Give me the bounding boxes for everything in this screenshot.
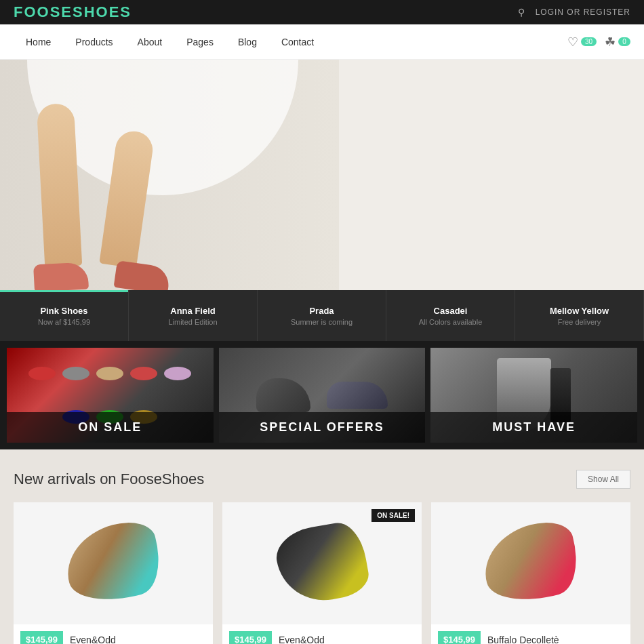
cart-icon: ☘ (605, 35, 616, 49)
product-info-1: $145,99 Even&Odd (222, 624, 422, 644)
slider-item-sub-0: Now af $145,99 (38, 318, 90, 326)
slider-item-sub-2: Summer is coming (291, 318, 353, 326)
wishlist-count: 30 (581, 37, 597, 46)
product-card-2: $145,99 Buffalo Decolletè (431, 502, 630, 644)
hero-leg-right (108, 131, 163, 290)
slider-navigation: Pink Shoes Now af $145,99 Anna Field Lim… (0, 290, 644, 341)
special-offers-banner[interactable]: SPECIAL OFFERS (219, 348, 426, 443)
slider-item-3[interactable]: Casadei All Colors available (386, 290, 515, 341)
slider-item-name-1: Anna Field (170, 306, 215, 316)
new-arrivals-header: New arrivals on FooseShoes Show All (14, 470, 630, 489)
nav-right-icons: ♡ 30 ☘ 0 (567, 35, 630, 49)
product-price-1: $145,99 (229, 631, 272, 644)
shoe-shape-2 (475, 515, 586, 611)
on-sale-label: ON SALE (7, 412, 214, 443)
topbar: FOOSESHOES ⚲ LOGIN or REGISTER (0, 0, 644, 24)
product-name-1: Even&Odd (279, 635, 325, 645)
heart-icon: ♡ (567, 35, 578, 49)
slider-item-1[interactable]: Anna Field Limited Edition (129, 290, 258, 341)
special-offers-label: SPECIAL OFFERS (219, 412, 426, 443)
nav-products[interactable]: Products (63, 24, 125, 60)
hero-section: $145,99 Pink Shoes 2013 Collection Nunc … (0, 60, 644, 290)
cart-count: 0 (618, 37, 630, 46)
nav-blog[interactable]: Blog (226, 24, 269, 60)
new-arrivals-show-all[interactable]: Show All (576, 470, 630, 489)
must-have-label: MUST HAVE (430, 412, 637, 443)
slider-item-2[interactable]: Prada Summer is coming (258, 290, 386, 341)
slider-item-name-4: Mellow Yellow (550, 306, 609, 316)
slider-item-name-0: Pink Shoes (40, 306, 87, 316)
product-name-2: Buffalo Decolletè (487, 635, 559, 645)
hero-image (0, 60, 339, 290)
hero-leg-left (41, 104, 95, 290)
product-info-0: $145,99 Even&Odd (14, 624, 213, 644)
product-price-2: $145,99 (438, 631, 481, 644)
on-sale-badge-1: ON SALE! (371, 509, 415, 522)
product-info-2: $145,99 Buffalo Decolletè (431, 624, 630, 644)
search-icon[interactable]: ⚲ (518, 7, 525, 18)
nav-contact[interactable]: Contact (269, 24, 326, 60)
shoe-shape-0 (58, 515, 169, 611)
product-image-1: ON SALE! (222, 502, 422, 624)
product-name-0: Even&Odd (70, 635, 116, 645)
product-card-1: ON SALE! $145,99 Even&Odd (222, 502, 422, 644)
new-arrivals-title: New arrivals on FooseShoes (14, 470, 204, 488)
slider-item-4[interactable]: Mellow Yellow Free delivery (515, 290, 644, 341)
category-banners: ON SALE SPECIAL OFFERS MUST HAVE (0, 341, 644, 449)
slider-item-0[interactable]: Pink Shoes Now af $145,99 (0, 290, 129, 341)
hero-legs (41, 104, 163, 290)
slider-item-sub-4: Free delivery (558, 318, 601, 326)
slider-item-sub-3: All Colors available (419, 318, 483, 326)
on-sale-banner[interactable]: ON SALE (7, 348, 214, 443)
new-arrivals-section: New arrivals on FooseShoes Show All $145… (0, 449, 644, 644)
product-image-0 (14, 502, 213, 624)
navbar: Home Products About Pages Blog Contact ♡… (0, 24, 644, 60)
nav-home[interactable]: Home (14, 24, 63, 60)
nav-about[interactable]: About (125, 24, 175, 60)
cart-button[interactable]: ☘ 0 (605, 35, 630, 49)
product-price-0: $145,99 (20, 631, 63, 644)
brand-logo[interactable]: FOOSESHOES (14, 3, 132, 21)
product-image-2 (431, 502, 630, 624)
nav-pages[interactable]: Pages (174, 24, 226, 60)
login-register-link[interactable]: LOGIN or REGISTER (536, 7, 630, 17)
shoe-shape-1 (272, 519, 371, 608)
slider-item-sub-1: Limited Edition (168, 318, 217, 326)
must-have-banner[interactable]: MUST HAVE (430, 348, 637, 443)
wishlist-button[interactable]: ♡ 30 (567, 35, 597, 49)
slider-item-name-2: Prada (309, 306, 334, 316)
new-arrivals-grid: $145,99 Even&Odd ON SALE! $145,99 Even&O… (14, 502, 630, 644)
nav-links: Home Products About Pages Blog Contact (14, 24, 326, 60)
product-card-0: $145,99 Even&Odd (14, 502, 213, 644)
slider-item-name-3: Casadei (434, 306, 468, 316)
topbar-right: ⚲ LOGIN or REGISTER (518, 7, 630, 18)
